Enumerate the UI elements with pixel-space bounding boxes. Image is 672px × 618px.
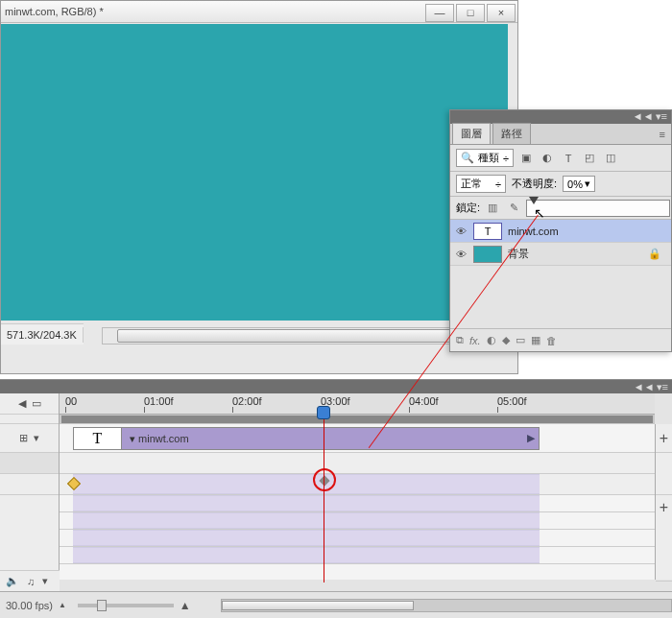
- property-track[interactable]: [60, 495, 655, 512]
- layer-list: 👁 T minwt.com 👁 背景 🔒: [450, 220, 671, 266]
- folder-icon[interactable]: ▭: [516, 334, 525, 346]
- layer-thumb-bg: [473, 246, 502, 263]
- trash-icon[interactable]: 🗑: [546, 335, 557, 346]
- speaker-icon[interactable]: 🔈: [6, 575, 19, 587]
- timeline-panel: ◄◄▾≡ ◀ ▭ ⊞▾ 00 01:00f 02:00f 03:00f 04:0…: [0, 379, 672, 618]
- tick: 01:00f: [144, 395, 174, 407]
- filter-adjust-icon[interactable]: ◐: [539, 150, 556, 167]
- track-purple-bg: [73, 474, 540, 494]
- property-track[interactable]: [60, 547, 655, 564]
- zoom-thumb[interactable]: [97, 600, 107, 611]
- zoom-in-icon[interactable]: ▲: [180, 599, 191, 612]
- clip-body[interactable]: ▾ minwt.com ▶: [122, 428, 539, 449]
- lock-pixels-icon[interactable]: ▥: [484, 201, 501, 216]
- zoom-slider[interactable]: [78, 604, 174, 607]
- back-icon[interactable]: ◀: [18, 397, 26, 410]
- blend-mode-value: 正常: [461, 177, 482, 191]
- opacity-value: 0%: [567, 178, 583, 190]
- visibility-icon[interactable]: 👁: [454, 226, 468, 237]
- add-track-button[interactable]: +: [656, 495, 672, 582]
- mask-icon[interactable]: ◐: [487, 334, 496, 346]
- lock-brush-icon[interactable]: ✎: [505, 201, 522, 216]
- new-layer-icon[interactable]: ▦: [531, 334, 540, 346]
- tick: 04:00f: [409, 395, 439, 407]
- fill-icon[interactable]: ◆: [502, 334, 510, 346]
- text-clip[interactable]: T ▾ minwt.com ▶: [73, 427, 540, 450]
- dropdown-icon: ÷: [503, 153, 509, 164]
- nav-back-forward[interactable]: ◀ ▭: [0, 393, 59, 415]
- fx-icon[interactable]: fx.: [469, 335, 481, 346]
- music-icon[interactable]: ♫: [27, 576, 35, 587]
- clip-disclosure-icon[interactable]: ▾: [130, 433, 135, 445]
- minimize-button[interactable]: —: [425, 4, 454, 22]
- panel-menu-icon[interactable]: ▾≡: [657, 381, 668, 392]
- timeline-footer: 30.00 fps) ▲ ▲: [0, 591, 672, 618]
- timeline-header[interactable]: ◄◄▾≡: [0, 380, 672, 393]
- track-film-control[interactable]: ⊞▾: [0, 424, 59, 453]
- tab-layers[interactable]: 圖層: [452, 123, 491, 144]
- keyframe-track[interactable]: [60, 474, 655, 495]
- layer-name[interactable]: minwt.com: [508, 226, 559, 237]
- forward-icon[interactable]: ▭: [32, 397, 41, 410]
- track-bg: [73, 512, 540, 529]
- blend-row: 正常 ÷ 不透明度: 0% ▾: [450, 172, 671, 197]
- link-icon[interactable]: ⧉: [456, 334, 464, 346]
- slider-thumb[interactable]: [529, 197, 539, 204]
- opacity-input[interactable]: 0% ▾: [563, 176, 595, 192]
- time-ruler[interactable]: 00 01:00f 02:00f 03:00f 04:00f 05:00f: [60, 393, 655, 415]
- layer-row-bg[interactable]: 👁 背景 🔒: [450, 243, 671, 266]
- hscroll-thumb[interactable]: [117, 329, 482, 343]
- collapse-icon[interactable]: ◄◄: [634, 381, 655, 392]
- panel-menu-icon[interactable]: ▾≡: [656, 110, 667, 124]
- tick: 00: [65, 395, 77, 407]
- layer-name[interactable]: 背景: [508, 247, 529, 261]
- add-track-column: + +: [655, 424, 672, 580]
- hscroll-thumb[interactable]: [222, 601, 414, 610]
- collapse-icon[interactable]: ◄◄: [633, 110, 654, 124]
- audio-controls: 🔈 ♫▾: [0, 570, 60, 591]
- dropdown-icon: ÷: [495, 178, 501, 190]
- zoom-out-icon[interactable]: ▲: [59, 601, 66, 609]
- layers-panel: ◄◄▾≡ 圖層 路徑 ≡ 🔍 種類 ÷ ▣ ◐ T ◰ ◫ 正常 ÷ 不透明度:…: [449, 109, 672, 352]
- document-window: minwt.com, RGB/8) * — □ × 571.3K/204.3K: [0, 0, 518, 374]
- filter-text-icon[interactable]: T: [560, 150, 577, 167]
- video-track[interactable]: T ▾ minwt.com ▶: [60, 424, 655, 453]
- fps-label: 30.00 fps): [6, 600, 53, 611]
- lock-icon: 🔒: [648, 248, 667, 260]
- panel-header[interactable]: ◄◄▾≡: [450, 110, 671, 124]
- filter-smart-icon[interactable]: ◫: [602, 150, 619, 167]
- kind-label: 種類: [478, 151, 499, 165]
- add-track-button[interactable]: +: [656, 424, 672, 453]
- panel-tabs: 圖層 路徑 ≡: [450, 124, 671, 145]
- work-area[interactable]: [60, 415, 655, 424]
- work-area-bar[interactable]: [61, 416, 653, 423]
- track-bg: [73, 495, 540, 511]
- layer-filter-row: 🔍 種類 ÷ ▣ ◐ T ◰ ◫: [450, 145, 671, 172]
- filter-shape-icon[interactable]: ◰: [581, 150, 598, 167]
- timeline-tracks: T ▾ minwt.com ▶: [60, 424, 655, 580]
- tab-paths[interactable]: 路徑: [492, 123, 531, 144]
- timeline-hscroll[interactable]: [221, 599, 672, 612]
- clip-end-icon[interactable]: ▶: [527, 432, 535, 440]
- tick: 05:00f: [497, 395, 527, 407]
- clip-label: minwt.com: [138, 433, 189, 444]
- close-button[interactable]: ×: [487, 4, 516, 22]
- playhead[interactable]: [317, 406, 330, 419]
- opacity-slider[interactable]: [526, 200, 670, 217]
- panel-menu-button[interactable]: ≡: [654, 125, 671, 144]
- filter-image-icon[interactable]: ▣: [517, 150, 535, 167]
- kind-select[interactable]: 🔍 種類 ÷: [456, 149, 514, 167]
- layer-row-text[interactable]: 👁 T minwt.com: [450, 220, 671, 243]
- property-track[interactable]: [60, 530, 655, 547]
- visibility-icon[interactable]: 👁: [454, 249, 468, 260]
- document-titlebar[interactable]: minwt.com, RGB/8) * — □ ×: [1, 1, 517, 23]
- maximize-button[interactable]: □: [456, 4, 485, 22]
- canvas[interactable]: [1, 24, 508, 321]
- film-icon: ⊞: [19, 432, 28, 444]
- status-filesize: 571.3K/204.3K: [1, 327, 84, 343]
- property-track[interactable]: [60, 512, 655, 530]
- spacer-track: [60, 453, 655, 474]
- opacity-label: 不透明度:: [512, 177, 557, 191]
- status-bar: 571.3K/204.3K: [1, 323, 84, 345]
- blend-mode-select[interactable]: 正常 ÷: [456, 175, 506, 193]
